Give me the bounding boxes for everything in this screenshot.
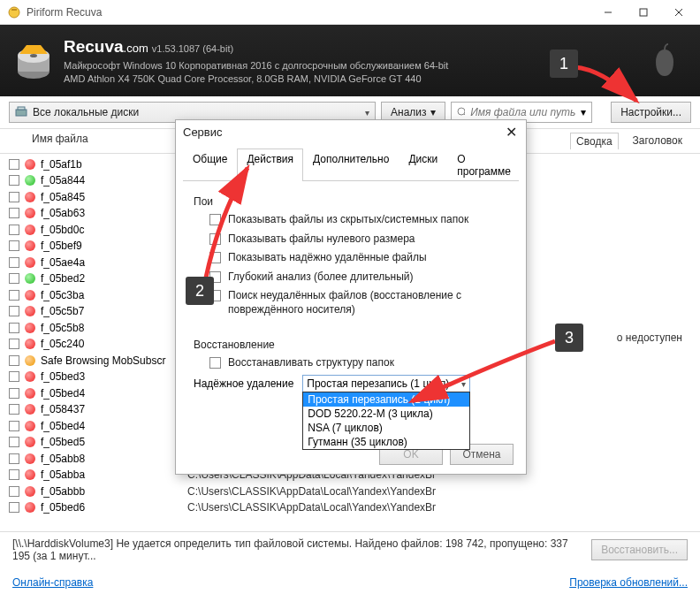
dialog-tab[interactable]: Общие [183,148,237,181]
app-header: Recuva.comv1.53.1087 (64-bit) Майкрософт… [0,25,700,96]
opt-hidden-files[interactable]: Показывать файлы из скрытых/системных па… [209,213,508,227]
checkbox[interactable] [209,357,221,369]
dialog-tab[interactable]: Действия [237,148,303,181]
checkbox[interactable] [9,371,19,382]
checkbox[interactable] [9,421,19,431]
secure-delete-select[interactable]: Простая перезапись (1 цикл) ▾ Простая пе… [302,375,470,392]
checkbox[interactable] [9,257,19,268]
help-link[interactable]: Онлайн-справка [12,576,93,589]
footer: Онлайн-справка Проверка обновлений... [0,576,700,589]
opt-deep-scan[interactable]: Глубокий анализ (более длительный) [209,270,508,285]
file-name: f_05bef9 [41,240,82,252]
status-dot [25,290,35,301]
status-dot [25,469,35,480]
chevron-down-icon: ▾ [430,106,436,118]
dialog-tab[interactable]: Диски [399,148,447,181]
checkbox[interactable] [9,469,19,480]
svg-line-13 [464,114,466,117]
checkbox[interactable] [209,214,221,225]
column-filename[interactable]: Имя файла [32,133,88,149]
file-name: f_05bed2 [41,272,85,285]
settings-button[interactable]: Настройки... [611,102,691,123]
checkbox[interactable] [9,175,19,186]
file-name: f_05bd0c [41,224,84,236]
callout-1: 1 [550,50,578,78]
search-input[interactable] [470,106,574,118]
minimize-button[interactable] [590,1,626,24]
checkbox[interactable] [9,437,19,447]
opt-secure-deleted[interactable]: Показывать надёжно удалённые файлы [209,251,508,265]
checkbox[interactable] [9,502,19,513]
checkbox[interactable] [9,306,19,316]
checkbox[interactable] [9,159,19,170]
dialog-close-button[interactable]: ✕ [503,124,519,140]
maximize-button[interactable] [626,1,661,24]
file-name: f_058437 [41,403,85,415]
file-row[interactable]: f_05abbbC:\Users\CLASSIK\AppData\Local\Y… [9,483,691,499]
status-dot [25,339,35,349]
dialog-tab[interactable]: О программе [447,148,521,181]
checkbox[interactable] [9,273,19,284]
checkbox[interactable] [209,233,221,245]
status-dot [25,371,35,382]
checkbox[interactable] [9,208,19,218]
file-name: f_05bed6 [41,501,85,514]
dropdown-option[interactable]: NSA (7 циклов) [303,421,469,435]
close-button[interactable] [661,1,696,24]
file-row[interactable]: f_05bed6C:\Users\CLASSIK\AppData\Local\Y… [9,499,691,516]
file-name: f_05ab63 [41,207,85,219]
status-bar: [\\.\HarddiskVolume3] Не удается определ… [0,531,700,567]
opt-zero-size[interactable]: Показывать файлы нулевого размера [209,232,508,247]
file-name: f_05bed4 [41,420,85,432]
checkbox[interactable] [9,290,19,301]
chevron-down-icon: ▾ [365,108,369,118]
update-link[interactable]: Проверка обновлений... [569,576,688,589]
search-icon [457,107,466,118]
group-search: Пои [194,195,508,208]
recover-button[interactable]: Восстановить... [591,539,688,560]
status-text: [\\.\HarddiskVolume3] Не удается определ… [12,537,582,562]
checkbox[interactable] [9,192,19,202]
preview-tab-header[interactable]: Заголовок [628,133,688,149]
file-name: Safe Browsing MobSubscr [41,354,165,367]
status-dot [25,355,35,366]
dropdown-option[interactable]: Простая перезапись (1 цикл) [303,392,469,407]
piriform-pear-icon [649,41,681,80]
checkbox[interactable] [9,323,19,333]
file-name: f_05bed5 [41,436,85,448]
chevron-down-icon: ▾ [458,379,466,389]
chevron-down-icon: ▾ [581,106,586,118]
file-path: C:\Users\CLASSIK\AppData\Local\Yandex\Ya… [187,485,436,498]
checkbox[interactable] [9,355,19,366]
svg-point-12 [458,108,465,115]
status-dot [25,273,35,284]
status-dot [25,208,35,218]
checkbox[interactable] [9,388,19,399]
checkbox[interactable] [9,453,19,464]
dropdown-option[interactable]: DOD 5220.22-M (3 цикла) [303,407,469,421]
dropdown-option[interactable]: Гутманн (35 циклов) [303,435,469,449]
preview-tab-summary[interactable]: Сводка [570,133,619,149]
status-dot [25,323,35,333]
checkbox[interactable] [9,225,19,235]
secure-delete-dropdown: Простая перезапись (1 цикл)DOD 5220.22-M… [302,392,470,450]
svg-rect-10 [16,110,27,116]
dialog-tab[interactable]: Дополнительно [303,148,399,181]
checkbox[interactable] [9,339,19,349]
system-info-2: AMD Athlon X4 750K Quad Core Processor, … [64,72,448,86]
group-restore: Восстановление [194,339,508,351]
checkbox[interactable] [9,240,19,251]
status-dot [25,388,35,399]
file-name: f_05a844 [41,174,85,187]
dialog-body: Пои Показывать файлы из скрытых/системны… [176,181,526,403]
brand-suffix: .com [124,42,148,55]
checkbox[interactable] [9,404,19,415]
checkbox[interactable] [209,252,221,263]
drive-label: Все локальные диски [33,106,360,118]
checkbox[interactable] [9,486,19,497]
opt-undeleted[interactable]: Поиск неудалённых файлов (восстановление… [209,289,508,316]
status-dot [25,159,35,170]
version-label: v1.53.1087 (64-bit) [152,43,233,54]
status-dot [25,225,35,235]
opt-restore-structure[interactable]: Восстанавливать структуру папок [209,356,508,370]
